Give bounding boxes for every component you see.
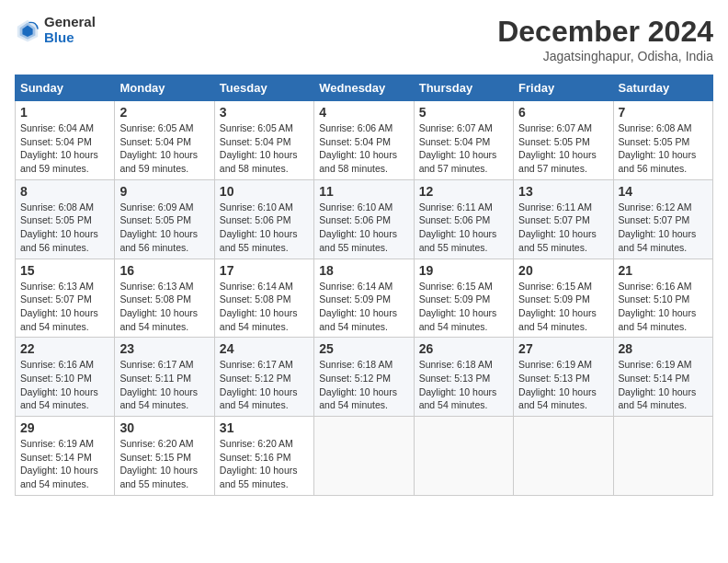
- calendar-cell: [613, 417, 712, 496]
- calendar-cell: 2Sunrise: 6:05 AMSunset: 5:04 PMDaylight…: [115, 101, 214, 180]
- day-number: 19: [419, 263, 508, 278]
- day-info: Sunrise: 6:15 AMSunset: 5:09 PMDaylight:…: [419, 280, 508, 334]
- calendar-cell: 15Sunrise: 6:13 AMSunset: 5:07 PMDayligh…: [16, 259, 115, 338]
- day-number: 5: [419, 105, 508, 120]
- day-number: 25: [319, 341, 408, 356]
- day-number: 30: [119, 420, 209, 435]
- day-number: 17: [220, 263, 309, 278]
- day-info: Sunrise: 6:04 AMSunset: 5:04 PMDaylight:…: [20, 121, 109, 176]
- title-section: December 2024 Jagatsinghapur, Odisha, In…: [497, 15, 713, 63]
- calendar-week-3: 15Sunrise: 6:13 AMSunset: 5:07 PMDayligh…: [16, 259, 713, 338]
- day-number: 31: [220, 420, 309, 435]
- day-info: Sunrise: 6:13 AMSunset: 5:08 PMDaylight:…: [119, 280, 209, 334]
- calendar-cell: 17Sunrise: 6:14 AMSunset: 5:08 PMDayligh…: [214, 259, 313, 338]
- weekday-header-thursday: Thursday: [414, 75, 513, 101]
- day-info: Sunrise: 6:16 AMSunset: 5:10 PMDaylight:…: [20, 358, 109, 412]
- day-number: 7: [619, 105, 708, 120]
- day-number: 29: [20, 420, 109, 435]
- weekday-header-wednesday: Wednesday: [314, 75, 414, 101]
- day-number: 22: [20, 341, 109, 356]
- day-info: Sunrise: 6:18 AMSunset: 5:12 PMDaylight:…: [319, 358, 408, 412]
- calendar-cell: [514, 417, 613, 496]
- day-number: 27: [518, 341, 608, 356]
- day-info: Sunrise: 6:14 AMSunset: 5:09 PMDaylight:…: [319, 280, 408, 334]
- calendar-cell: 8Sunrise: 6:08 AMSunset: 5:05 PMDaylight…: [16, 179, 115, 259]
- calendar-cell: 5Sunrise: 6:07 AMSunset: 5:04 PMDaylight…: [414, 101, 513, 180]
- day-info: Sunrise: 6:05 AMSunset: 5:04 PMDaylight:…: [220, 121, 309, 176]
- day-info: Sunrise: 6:09 AMSunset: 5:05 PMDaylight:…: [119, 201, 209, 255]
- day-info: Sunrise: 6:17 AMSunset: 5:12 PMDaylight:…: [220, 358, 309, 412]
- weekday-header-friday: Friday: [514, 75, 613, 101]
- logo-blue-text: Blue: [44, 30, 96, 46]
- day-number: 4: [319, 105, 408, 120]
- day-number: 28: [619, 341, 708, 356]
- day-info: Sunrise: 6:20 AMSunset: 5:16 PMDaylight:…: [220, 437, 309, 491]
- day-info: Sunrise: 6:19 AMSunset: 5:13 PMDaylight:…: [518, 358, 608, 412]
- calendar-cell: 11Sunrise: 6:10 AMSunset: 5:06 PMDayligh…: [314, 179, 414, 259]
- logo-icon: [15, 17, 40, 43]
- day-number: 8: [20, 184, 109, 199]
- logo-text: General Blue: [44, 15, 96, 45]
- day-info: Sunrise: 6:07 AMSunset: 5:05 PMDaylight:…: [518, 121, 608, 176]
- calendar-cell: 3Sunrise: 6:05 AMSunset: 5:04 PMDaylight…: [214, 101, 313, 180]
- weekday-header-sunday: Sunday: [16, 75, 115, 101]
- calendar-cell: 20Sunrise: 6:15 AMSunset: 5:09 PMDayligh…: [514, 259, 613, 338]
- day-info: Sunrise: 6:10 AMSunset: 5:06 PMDaylight:…: [220, 201, 309, 255]
- calendar-week-1: 1Sunrise: 6:04 AMSunset: 5:04 PMDaylight…: [16, 101, 713, 180]
- day-number: 24: [220, 341, 309, 356]
- calendar-cell: 31Sunrise: 6:20 AMSunset: 5:16 PMDayligh…: [214, 417, 313, 496]
- calendar-week-4: 22Sunrise: 6:16 AMSunset: 5:10 PMDayligh…: [16, 338, 713, 417]
- day-number: 16: [119, 263, 209, 278]
- calendar-cell: [314, 417, 414, 496]
- day-number: 9: [119, 184, 209, 199]
- calendar-week-2: 8Sunrise: 6:08 AMSunset: 5:05 PMDaylight…: [16, 179, 713, 259]
- calendar-cell: 30Sunrise: 6:20 AMSunset: 5:15 PMDayligh…: [115, 417, 214, 496]
- day-number: 13: [518, 184, 608, 199]
- calendar-cell: 9Sunrise: 6:09 AMSunset: 5:05 PMDaylight…: [115, 179, 214, 259]
- calendar-cell: 28Sunrise: 6:19 AMSunset: 5:14 PMDayligh…: [613, 338, 712, 417]
- day-number: 18: [319, 263, 408, 278]
- calendar-cell: 13Sunrise: 6:11 AMSunset: 5:07 PMDayligh…: [514, 179, 613, 259]
- calendar-cell: 10Sunrise: 6:10 AMSunset: 5:06 PMDayligh…: [214, 179, 313, 259]
- calendar-cell: 24Sunrise: 6:17 AMSunset: 5:12 PMDayligh…: [214, 338, 313, 417]
- calendar-cell: 26Sunrise: 6:18 AMSunset: 5:13 PMDayligh…: [414, 338, 513, 417]
- day-number: 2: [119, 105, 209, 120]
- weekday-header-saturday: Saturday: [613, 75, 712, 101]
- logo: General Blue: [15, 15, 96, 45]
- calendar-cell: 19Sunrise: 6:15 AMSunset: 5:09 PMDayligh…: [414, 259, 513, 338]
- day-info: Sunrise: 6:05 AMSunset: 5:04 PMDaylight:…: [119, 121, 209, 176]
- day-number: 26: [419, 341, 508, 356]
- calendar-cell: 22Sunrise: 6:16 AMSunset: 5:10 PMDayligh…: [16, 338, 115, 417]
- weekday-header-tuesday: Tuesday: [214, 75, 313, 101]
- calendar-cell: 7Sunrise: 6:08 AMSunset: 5:05 PMDaylight…: [613, 101, 712, 180]
- calendar-cell: 16Sunrise: 6:13 AMSunset: 5:08 PMDayligh…: [115, 259, 214, 338]
- day-info: Sunrise: 6:20 AMSunset: 5:15 PMDaylight:…: [119, 437, 209, 491]
- calendar-title: December 2024: [497, 15, 713, 49]
- calendar-cell: 6Sunrise: 6:07 AMSunset: 5:05 PMDaylight…: [514, 101, 613, 180]
- day-info: Sunrise: 6:06 AMSunset: 5:04 PMDaylight:…: [319, 121, 408, 176]
- calendar-table: SundayMondayTuesdayWednesdayThursdayFrid…: [15, 75, 713, 496]
- day-number: 14: [619, 184, 708, 199]
- day-info: Sunrise: 6:08 AMSunset: 5:05 PMDaylight:…: [619, 121, 708, 176]
- day-number: 10: [220, 184, 309, 199]
- day-info: Sunrise: 6:10 AMSunset: 5:06 PMDaylight:…: [319, 201, 408, 255]
- day-number: 12: [419, 184, 508, 199]
- day-number: 21: [619, 263, 708, 278]
- calendar-week-5: 29Sunrise: 6:19 AMSunset: 5:14 PMDayligh…: [16, 417, 713, 496]
- calendar-cell: 21Sunrise: 6:16 AMSunset: 5:10 PMDayligh…: [613, 259, 712, 338]
- weekday-header-monday: Monday: [115, 75, 214, 101]
- day-info: Sunrise: 6:19 AMSunset: 5:14 PMDaylight:…: [619, 358, 708, 412]
- day-number: 23: [119, 341, 209, 356]
- day-info: Sunrise: 6:12 AMSunset: 5:07 PMDaylight:…: [619, 201, 708, 255]
- calendar-cell: 14Sunrise: 6:12 AMSunset: 5:07 PMDayligh…: [613, 179, 712, 259]
- day-number: 11: [319, 184, 408, 199]
- calendar-subtitle: Jagatsinghapur, Odisha, India: [497, 49, 713, 63]
- calendar-cell: [414, 417, 513, 496]
- day-info: Sunrise: 6:15 AMSunset: 5:09 PMDaylight:…: [518, 280, 608, 334]
- day-number: 3: [220, 105, 309, 120]
- day-number: 6: [518, 105, 608, 120]
- calendar-cell: 4Sunrise: 6:06 AMSunset: 5:04 PMDaylight…: [314, 101, 414, 180]
- day-info: Sunrise: 6:11 AMSunset: 5:06 PMDaylight:…: [419, 201, 508, 255]
- day-number: 20: [518, 263, 608, 278]
- day-info: Sunrise: 6:13 AMSunset: 5:07 PMDaylight:…: [20, 280, 109, 334]
